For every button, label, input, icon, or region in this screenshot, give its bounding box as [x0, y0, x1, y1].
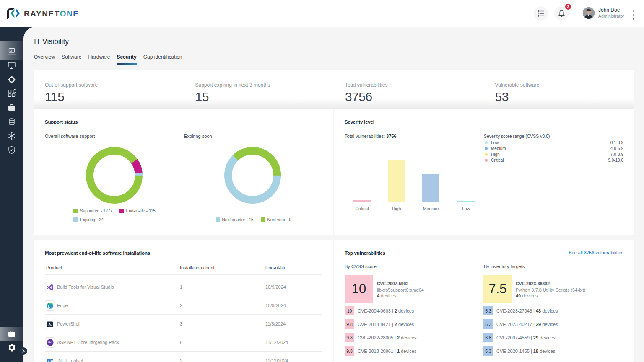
svg-text:Core: Core	[49, 343, 52, 345]
